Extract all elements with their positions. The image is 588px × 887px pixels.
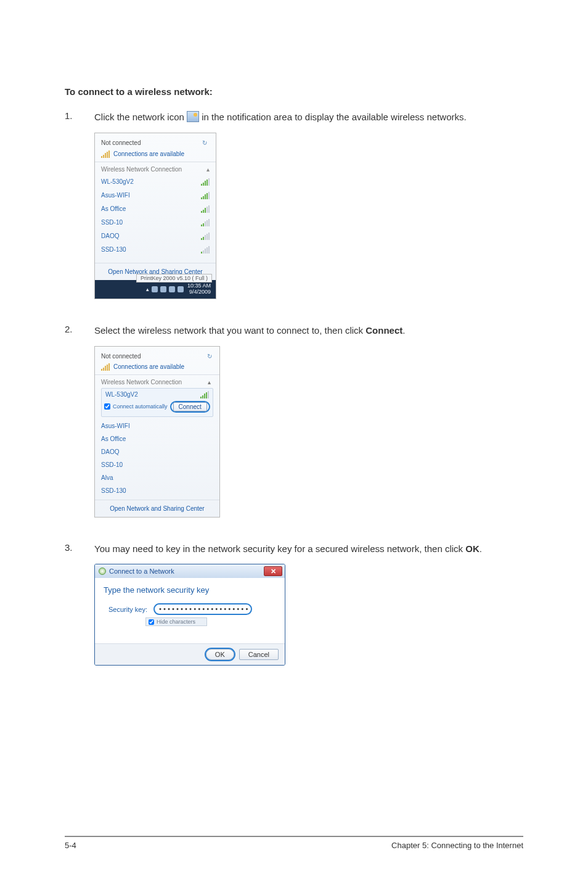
taskbar-strip: PrintKey 2000 v5.10 ( Full ) ▴ 10:35 AM … xyxy=(95,280,216,299)
step-3-number: 3. xyxy=(65,542,94,553)
dialog-prompt: Type the network security key xyxy=(104,585,276,595)
selected-network-name: WL-530gV2 xyxy=(105,391,138,398)
cancel-button[interactable]: Cancel xyxy=(239,649,279,660)
wifi-flyout-2: Not connected ↻ Connections are availabl… xyxy=(94,346,220,518)
step-2-number: 2. xyxy=(65,324,94,334)
security-key-label: Security key: xyxy=(108,606,147,613)
connect-automatically-checkbox[interactable] xyxy=(104,403,110,410)
network-item[interactable]: SSD-130 xyxy=(101,484,211,497)
network-name: As Office xyxy=(101,435,126,442)
network-item[interactable]: Asus-WIFI xyxy=(101,189,210,202)
signal-icon xyxy=(201,246,210,254)
step-3: 3. You may need to key in the network se… xyxy=(65,542,523,556)
wireless-section-label: Wireless Network Connection xyxy=(101,379,182,386)
wifi-flyout-1: Not connected ↻ Connections are availabl… xyxy=(94,133,216,299)
dialog-titlebar: Connect to a Network ✕ xyxy=(95,564,285,578)
step-1-number: 1. xyxy=(65,110,94,121)
security-key-dialog: Connect to a Network ✕ Type the network … xyxy=(94,564,285,666)
network-name: Alva xyxy=(101,474,113,481)
hide-characters-row[interactable]: Hide characters xyxy=(145,617,207,626)
network-name: Asus-WIFI xyxy=(101,192,130,199)
network-list: Asus-WIFI As Office DAOQ SSD-10 Alva xyxy=(95,417,219,500)
network-item[interactable]: SSD-10 xyxy=(101,458,211,471)
step-3-text-b: . xyxy=(480,543,482,554)
network-name: As Office xyxy=(101,205,126,212)
taskbar-date: 9/4/2009 xyxy=(187,289,211,295)
connect-automatically-label: Connect automatically xyxy=(113,403,168,410)
chevron-up-icon[interactable]: ▴ xyxy=(206,166,210,173)
page-number: 5-4 xyxy=(65,841,76,850)
network-name: WL-530gV2 xyxy=(101,178,134,185)
signal-icon xyxy=(201,192,210,199)
hide-characters-label: Hide characters xyxy=(157,619,195,625)
step-3-bold: OK xyxy=(465,543,480,554)
refresh-icon[interactable]: ↻ xyxy=(207,353,212,360)
close-button[interactable]: ✕ xyxy=(264,566,282,576)
connections-available-label: Connections are available xyxy=(113,363,184,370)
security-key-input[interactable]: ••••••••••••••••••••• xyxy=(153,603,252,615)
network-item[interactable]: Asus-WIFI xyxy=(101,419,211,432)
connect-button[interactable]: Connect xyxy=(173,402,207,411)
signal-icon xyxy=(201,219,210,226)
network-item[interactable]: WL-530gV2 xyxy=(101,175,210,189)
chevron-up-icon[interactable]: ▴ xyxy=(208,379,211,386)
step-3-text: You may need to key in the network secur… xyxy=(94,542,523,556)
network-name: SSD-10 xyxy=(101,461,123,468)
network-item[interactable]: Alva xyxy=(101,471,211,484)
step-1-text: Click the network icon in the notificati… xyxy=(94,110,523,124)
tray-action-icon[interactable] xyxy=(178,286,184,292)
network-item[interactable]: DAOQ xyxy=(101,229,210,243)
tooltip: PrintKey 2000 v5.10 ( Full ) xyxy=(136,274,212,283)
not-connected-label: Not connected xyxy=(101,353,141,360)
not-connected-label: Not connected xyxy=(101,139,141,146)
step-3-text-a: You may need to key in the network secur… xyxy=(94,543,465,554)
signal-icon xyxy=(201,178,210,186)
tray-icons: ▴ xyxy=(146,286,184,292)
open-network-center-link[interactable]: Open Network and Sharing Center xyxy=(95,500,219,517)
network-name: DAOQ xyxy=(101,448,119,455)
chapter-title: Chapter 5: Connecting to the Internet xyxy=(391,841,523,850)
step-2-bold: Connect xyxy=(365,325,402,336)
tray-network-icon[interactable] xyxy=(160,286,166,292)
connections-available-label: Connections are available xyxy=(113,151,184,157)
step-2-text: Select the wireless network that you wan… xyxy=(94,324,523,337)
network-item[interactable]: As Office xyxy=(101,202,210,216)
signal-icon xyxy=(201,205,210,213)
wireless-section-label: Wireless Network Connection xyxy=(101,166,182,173)
network-name: DAOQ xyxy=(101,233,119,239)
step-1-text-pre: Click the network icon xyxy=(94,112,187,122)
network-item[interactable]: As Office xyxy=(101,432,211,445)
network-name: SSD-130 xyxy=(101,246,126,253)
step-1-text-post: in the notification area to display the … xyxy=(202,112,466,122)
hide-characters-checkbox[interactable] xyxy=(149,619,154,625)
step-2: 2. Select the wireless network that you … xyxy=(65,324,523,337)
network-name: SSD-10 xyxy=(101,219,123,226)
network-name: SSD-130 xyxy=(101,487,126,494)
step-1: 1. Click the network icon in the notific… xyxy=(65,110,523,124)
step-2-text-a: Select the wireless network that you wan… xyxy=(94,325,365,336)
network-item[interactable]: SSD-10 xyxy=(101,216,210,229)
signal-icon xyxy=(200,391,209,398)
network-item[interactable]: DAOQ xyxy=(101,445,211,458)
section-heading: To connect to a wireless network: xyxy=(65,86,523,97)
ok-button[interactable]: OK xyxy=(206,649,234,660)
signal-strength-icon xyxy=(101,363,110,371)
refresh-icon[interactable]: ↻ xyxy=(202,139,210,147)
selected-network-block[interactable]: WL-530gV2 Connect automatically Connect xyxy=(101,388,213,417)
connect-button-highlight: Connect xyxy=(170,401,210,413)
step-2-text-b: . xyxy=(402,325,405,336)
signal-strength-icon xyxy=(101,151,110,158)
network-tray-icon xyxy=(187,111,199,122)
signal-icon xyxy=(201,233,210,240)
tray-volume-icon[interactable] xyxy=(169,286,175,292)
network-list: WL-530gV2 Asus-WIFI As Office SSD-10 DAO… xyxy=(95,175,216,263)
network-name: Asus-WIFI xyxy=(101,423,130,429)
tray-chevron-icon[interactable]: ▴ xyxy=(146,286,149,292)
network-globe-icon xyxy=(99,567,106,575)
network-item[interactable]: SSD-130 xyxy=(101,243,210,257)
page-footer: 5-4 Chapter 5: Connecting to the Interne… xyxy=(65,836,523,850)
tray-flag-icon[interactable] xyxy=(152,286,158,292)
dialog-title: Connect to a Network xyxy=(109,567,174,575)
taskbar-clock[interactable]: 10:35 AM 9/4/2009 xyxy=(187,283,216,295)
